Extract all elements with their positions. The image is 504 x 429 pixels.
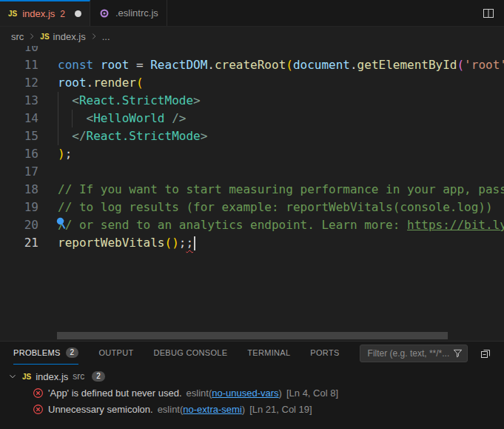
js-file-icon: JS	[8, 10, 17, 18]
vscode-window: JS index.js 2 .eslintrc.js src JS index.…	[0, 0, 504, 429]
group-count-badge: 2	[92, 371, 105, 382]
problems-tree: JS index.js src 2 'App' is defined but n…	[0, 365, 504, 417]
tab-problem-count: 2	[60, 9, 65, 19]
tab-label: index.js	[22, 8, 55, 19]
eslint-icon	[98, 7, 110, 19]
panel-tab-problems[interactable]: PROBLEMS 2	[13, 342, 78, 365]
line-number: 13	[0, 92, 38, 110]
code-editor[interactable]: 1011const root = ReactDOM.createRoot(doc…	[0, 46, 504, 341]
breadcrumb-file[interactable]: JS index.js	[40, 31, 85, 42]
panel-tab-ports[interactable]: PORTS	[310, 342, 339, 365]
rule-link[interactable]: no-extra-semi	[183, 404, 241, 415]
problem-location: [Ln 21, Col 19]	[249, 404, 312, 415]
line-number: 12	[0, 74, 38, 92]
code-line-13[interactable]: 13 <React.StrictMode>	[0, 92, 504, 110]
filter-funnel-icon	[452, 347, 463, 359]
problems-filter	[360, 345, 468, 362]
problem-row[interactable]: Unnecessary semicolon. eslint(no-extra-s…	[0, 401, 504, 417]
indent-guide	[58, 110, 58, 127]
code-line-14[interactable]: 14 <HelloWorld />	[0, 110, 504, 127]
line-number: 20	[0, 216, 38, 234]
panel-tab-terminal[interactable]: TERMINAL	[247, 342, 290, 365]
problem-message: 'App' is defined but never used.	[48, 388, 182, 399]
chevron-right-icon	[89, 31, 99, 41]
code-line-21[interactable]: 21reportWebVitals();;	[0, 234, 504, 252]
editor-tab-bar: JS index.js 2 .eslintrc.js	[0, 0, 504, 27]
problem-source: eslint(no-unused-vars)	[187, 388, 282, 399]
indent-guide	[58, 92, 58, 110]
horizontal-scrollbar[interactable]	[57, 332, 448, 339]
code-line-12[interactable]: 12root.render(	[0, 74, 504, 92]
code-line-20[interactable]: 20// or send to an analytics endpoint. L…	[0, 216, 504, 234]
panel-tab-output[interactable]: OUTPUT	[98, 342, 133, 365]
tab-eslintrc-js[interactable]: .eslintrc.js	[90, 0, 167, 26]
modified-dot-icon[interactable]	[75, 10, 81, 17]
line-number: 14	[0, 110, 38, 127]
problems-filter-input[interactable]	[366, 347, 452, 359]
indent-guide	[72, 110, 73, 127]
group-file-name: index.js	[36, 371, 68, 382]
line-number: 18	[0, 181, 38, 199]
comment-marker-icon[interactable]	[55, 216, 70, 231]
code-line-16[interactable]: 16);	[0, 145, 504, 163]
breadcrumb: src JS index.js ...	[0, 27, 504, 46]
js-file-icon: JS	[40, 33, 49, 41]
line-number: 21	[0, 234, 38, 252]
split-editor-icon[interactable]	[480, 5, 497, 21]
problem-source: eslint(no-extra-semi)	[158, 404, 246, 415]
code-line-19[interactable]: 19// to log results (for example: report…	[0, 199, 504, 216]
line-number: 10	[0, 46, 38, 56]
code-line-15[interactable]: 15 </React.StrictMode>	[0, 127, 504, 145]
tab-index-js[interactable]: JS index.js 2	[0, 0, 90, 26]
error-icon	[33, 404, 44, 415]
editor-actions	[480, 0, 504, 26]
line-number: 11	[0, 56, 38, 74]
code-line-18[interactable]: 18// If you want to start measuring perf…	[0, 181, 504, 199]
code-line-11[interactable]: 11const root = ReactDOM.createRoot(docum…	[0, 56, 504, 74]
code-lines: 1011const root = ReactDOM.createRoot(doc…	[0, 46, 504, 252]
line-number: 15	[0, 127, 38, 145]
line-number: 16	[0, 145, 38, 163]
chevron-down-icon	[7, 371, 18, 382]
line-number: 19	[0, 199, 38, 216]
problem-row[interactable]: 'App' is defined but never used. eslint(…	[0, 385, 504, 401]
bottom-panel: PROBLEMS 2 OUTPUT DEBUG CONSOLE TERMINAL…	[0, 341, 504, 429]
problems-count-badge: 2	[66, 347, 79, 358]
chevron-right-icon	[27, 31, 37, 41]
code-line-10[interactable]: 10	[0, 46, 504, 56]
rule-link[interactable]: no-unused-vars	[212, 388, 278, 399]
group-file-path: src	[73, 371, 84, 382]
error-icon	[33, 388, 44, 399]
collapse-all-icon[interactable]	[477, 345, 494, 362]
js-file-icon: JS	[22, 373, 31, 381]
panel-actions	[477, 345, 504, 362]
breadcrumb-src[interactable]: src	[11, 31, 24, 42]
code-line-17[interactable]: 17	[0, 163, 504, 181]
line-number: 17	[0, 163, 38, 181]
panel-tab-debug-console[interactable]: DEBUG CONSOLE	[153, 342, 227, 365]
problems-file-group[interactable]: JS index.js src 2	[0, 368, 504, 385]
breadcrumb-symbol[interactable]: ...	[102, 31, 110, 42]
indent-guide	[58, 127, 58, 145]
text-cursor	[194, 236, 195, 250]
panel-tab-bar: PROBLEMS 2 OUTPUT DEBUG CONSOLE TERMINAL…	[0, 342, 504, 365]
tab-label: .eslintrc.js	[115, 7, 158, 19]
problem-location: [Ln 4, Col 8]	[286, 388, 338, 399]
problem-message: Unnecessary semicolon.	[48, 404, 153, 415]
